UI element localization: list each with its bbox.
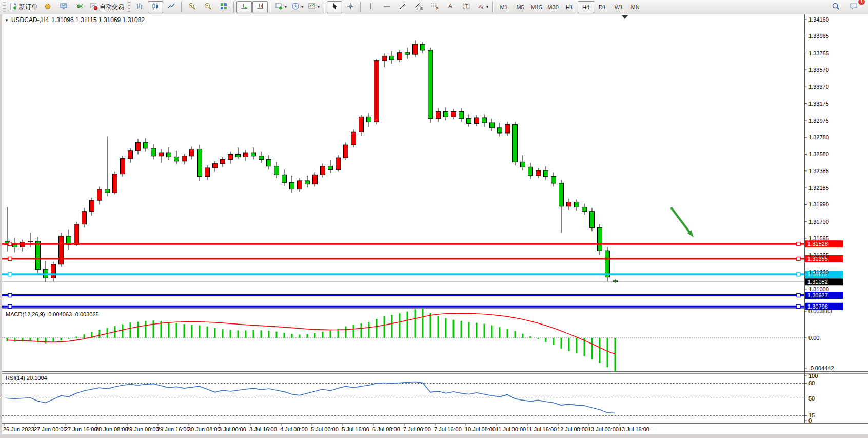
- line-handle[interactable]: [8, 257, 12, 260]
- toolbar-separator: [492, 2, 494, 13]
- zoom-out-button[interactable]: [200, 1, 215, 13]
- search-button[interactable]: [828, 1, 843, 13]
- line-handle[interactable]: [797, 273, 800, 276]
- chart-shift-button[interactable]: [252, 1, 268, 13]
- line-handle[interactable]: [8, 273, 12, 276]
- timeframe-H4[interactable]: H4: [578, 1, 594, 13]
- zoom-out-icon: [204, 2, 212, 12]
- svg-text:1.31990: 1.31990: [808, 201, 829, 207]
- tile-windows-button[interactable]: [216, 1, 231, 13]
- new-order-button[interactable]: 新订单: [7, 1, 40, 13]
- candlestick-chart-button[interactable]: [148, 1, 163, 13]
- svg-text:0: 0: [808, 417, 812, 424]
- svg-text:30 Jun 08:00: 30 Jun 08:00: [188, 426, 221, 432]
- svg-text:1.32780: 1.32780: [808, 134, 829, 140]
- svg-text:1.32385: 1.32385: [808, 168, 829, 174]
- svg-text:13 Jul 00:00: 13 Jul 00:00: [588, 426, 619, 432]
- chevron-down-icon: ▾: [285, 5, 287, 9]
- svg-text:1.32185: 1.32185: [808, 185, 829, 191]
- svg-text:F: F: [436, 7, 438, 10]
- timeframe-M15[interactable]: M15: [528, 1, 545, 13]
- templates-button[interactable]: ▾: [306, 1, 322, 13]
- chevron-down-icon: ▾: [301, 5, 303, 9]
- time-axis[interactable]: 26 Jun 202327 Jun 00:0027 Jun 16:0028 Ju…: [3, 424, 649, 432]
- auto-scroll-button[interactable]: [236, 1, 252, 13]
- svg-text:1.34160: 1.34160: [808, 16, 829, 23]
- zoom-in-icon: [188, 2, 196, 12]
- timeframe-M1[interactable]: M1: [496, 1, 512, 13]
- line-handle[interactable]: [797, 294, 800, 297]
- horizontal-line-button[interactable]: [379, 1, 394, 13]
- svg-text:12 Jul 08:00: 12 Jul 08:00: [557, 426, 588, 432]
- line-chart-icon: [167, 2, 175, 12]
- timeframe-M30[interactable]: M30: [545, 1, 561, 13]
- toolbar-separator: [360, 2, 361, 13]
- trendline-button[interactable]: [395, 1, 410, 13]
- main-toolbar: 新订单 自动交易: [0, 0, 868, 14]
- horizontal-line-icon: [383, 2, 391, 12]
- svg-text:1.33570: 1.33570: [808, 67, 829, 73]
- svg-text:5 Jul 16:00: 5 Jul 16:00: [342, 426, 369, 432]
- new-chart-icon: [275, 2, 283, 12]
- channel-icon: E: [415, 2, 423, 12]
- vertical-line-button[interactable]: [363, 1, 379, 13]
- timeframe-W1[interactable]: W1: [610, 1, 627, 13]
- auto-trading-button[interactable]: 自动交易: [88, 1, 126, 13]
- text-label-button[interactable]: T: [459, 1, 474, 13]
- line-handle[interactable]: [8, 242, 12, 246]
- timeframe-H1[interactable]: H1: [561, 1, 578, 13]
- chart-plot[interactable]: 1.315281.313551.311721.309271.307961.310…: [2, 14, 868, 434]
- new-chart-button[interactable]: ▾: [273, 1, 289, 13]
- svg-text:1.32975: 1.32975: [808, 118, 829, 124]
- current-price: 1.31082: [2, 278, 843, 285]
- timeframe-MN[interactable]: MN: [627, 1, 643, 13]
- one-click-trading-arrow-icon[interactable]: ▼: [5, 18, 9, 23]
- svg-text:80: 80: [808, 380, 815, 386]
- svg-text:1.31082: 1.31082: [807, 279, 828, 285]
- line-handle[interactable]: [797, 257, 800, 260]
- svg-text:27 Jun 16:00: 27 Jun 16:00: [65, 426, 97, 432]
- svg-text:1.31595: 1.31595: [808, 235, 829, 241]
- search-icon: [832, 2, 840, 12]
- svg-text:-0.004442: -0.004442: [808, 365, 834, 371]
- equidistant-channel-button[interactable]: E: [411, 1, 426, 13]
- gold-button[interactable]: [40, 1, 55, 13]
- text-a-icon: A: [446, 2, 455, 12]
- svg-text:0.00: 0.00: [808, 335, 819, 341]
- svg-text:1.31200: 1.31200: [808, 269, 829, 275]
- periods-button[interactable]: ▾: [289, 1, 305, 13]
- svg-text:11 Jul 16:00: 11 Jul 16:00: [526, 426, 557, 432]
- timeframe-M5[interactable]: M5: [512, 1, 528, 13]
- line-handle[interactable]: [8, 294, 12, 297]
- auto-scroll-icon: [240, 2, 248, 12]
- speaker-icon: [75, 2, 84, 12]
- chart-window[interactable]: 1.315281.313551.311721.309271.307961.310…: [2, 14, 868, 434]
- line-chart-button[interactable]: [164, 1, 179, 13]
- annotation-arrow[interactable]: [671, 207, 694, 237]
- cursor-button[interactable]: [327, 1, 342, 13]
- ohlc-values-label: 1.31096 1.31115 1.31069 1.31082: [51, 16, 145, 24]
- text-button[interactable]: A: [443, 1, 458, 13]
- arrows-tool-button[interactable]: ▾: [475, 1, 490, 13]
- toolbar-grip[interactable]: [128, 2, 130, 12]
- bar-chart-button[interactable]: [132, 1, 147, 13]
- fibonacci-icon: F: [430, 2, 439, 12]
- toolbar-grip[interactable]: [3, 2, 6, 12]
- notifications-button[interactable]: 1: [846, 1, 862, 13]
- line-handle[interactable]: [8, 304, 12, 308]
- zoom-in-button[interactable]: [184, 1, 200, 13]
- svg-text:6 Jul 08:00: 6 Jul 08:00: [372, 426, 400, 432]
- timeframe-D1[interactable]: D1: [594, 1, 610, 13]
- svg-text:3 Jul 16:00: 3 Jul 16:00: [249, 426, 277, 432]
- svg-text:26 Jun 2023: 26 Jun 2023: [3, 426, 34, 432]
- rsi-indicator-label: RSI(14) 20.1004: [6, 375, 47, 381]
- text-label-icon: T: [462, 2, 470, 12]
- crosshair-button[interactable]: [343, 1, 358, 13]
- announcement-button[interactable]: [72, 1, 87, 13]
- fibonacci-button[interactable]: F: [427, 1, 442, 13]
- price-axis[interactable]: 1.341601.339651.337651.335701.333701.331…: [804, 16, 829, 292]
- line-handle[interactable]: [797, 304, 800, 308]
- chart-title: ▼ USDCAD-,H4 1.31096 1.31115 1.31069 1.3…: [5, 16, 145, 24]
- line-handle[interactable]: [797, 242, 800, 246]
- market-watch-button[interactable]: [56, 1, 71, 13]
